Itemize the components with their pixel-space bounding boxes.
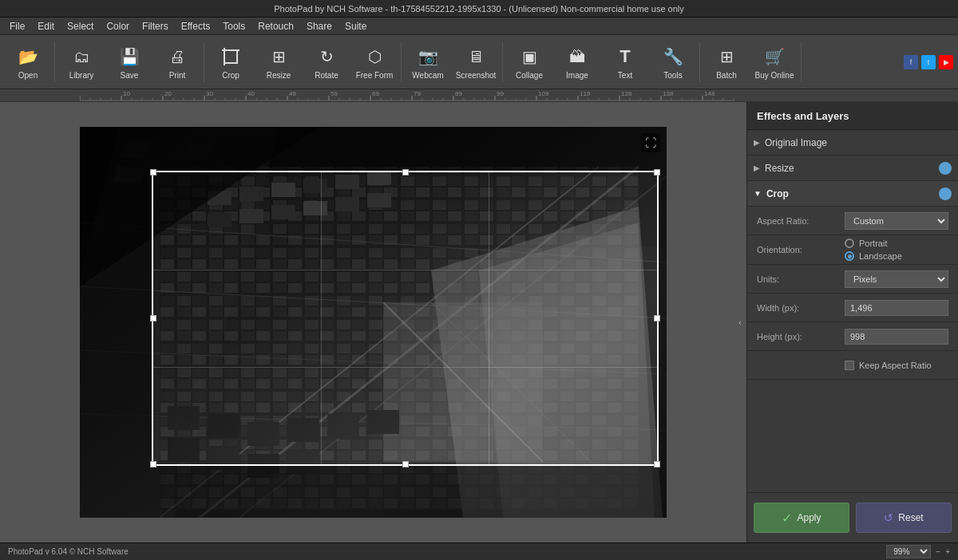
rotate-icon: ↻: [314, 44, 339, 69]
menu-filters[interactable]: Filters: [136, 19, 175, 34]
menu-edit[interactable]: Edit: [31, 19, 61, 34]
expand-button[interactable]: ⛶: [641, 133, 660, 152]
menu-retouch[interactable]: Retouch: [251, 19, 300, 34]
svg-text:40: 40: [247, 90, 255, 97]
menu-share[interactable]: Share: [300, 19, 338, 34]
layer-arrow-crop: ▼: [754, 189, 762, 198]
layer-badge-resize: [939, 162, 952, 175]
toolbar-buyonline[interactable]: 🛒 Buy Online: [751, 38, 798, 86]
aspect-ratio-control: Custom 1:1 4:3 16:9 3:2: [845, 212, 948, 230]
toolbar-rotate[interactable]: ↻ Rotate: [303, 38, 350, 86]
library-icon: 🗂: [69, 44, 94, 69]
toolbar-tools[interactable]: 🔧 Tools: [650, 38, 696, 86]
layer-arrow-original: ▶: [754, 138, 760, 147]
toolbar-library[interactable]: 🗂 Library: [58, 38, 105, 86]
apply-label: Apply: [797, 512, 821, 523]
aspect-ratio-label: Aspect Ratio:: [757, 216, 845, 226]
units-label: Units:: [757, 274, 845, 284]
menu-select[interactable]: Select: [61, 19, 100, 34]
svg-text:128: 128: [621, 90, 632, 97]
menu-suite[interactable]: Suite: [338, 19, 373, 34]
toolbar-divider-5: [699, 42, 700, 82]
menu-effects[interactable]: Effects: [175, 19, 216, 34]
toolbar-crop-label: Crop: [222, 71, 240, 80]
portrait-radio[interactable]: [845, 239, 854, 248]
crop-layer-header[interactable]: ▼ Crop: [747, 181, 958, 207]
toolbar-screenshot[interactable]: 🖥 Screenshot: [453, 38, 499, 86]
keep-aspect-checkbox-row[interactable]: Keep Aspect Ratio: [845, 361, 948, 370]
toolbar-resize[interactable]: ⊞ Resize: [255, 38, 302, 86]
toolbar-freeform[interactable]: ⬡ Free Form: [351, 38, 398, 86]
layer-resize[interactable]: ▶ Resize: [747, 156, 958, 181]
toolbar-crop[interactable]: Crop: [208, 38, 254, 86]
apply-button[interactable]: ✓ Apply: [754, 503, 849, 533]
toolbar-divider-1: [54, 42, 55, 82]
landscape-option[interactable]: Landscape: [845, 251, 948, 261]
reset-button[interactable]: ↺ Reset: [856, 503, 952, 533]
expand-icon: ⛶: [645, 136, 656, 149]
title-bar: PhotoPad by NCH Software - th-1758455221…: [0, 0, 958, 18]
keep-aspect-control: Keep Aspect Ratio: [845, 361, 948, 370]
width-input[interactable]: [845, 300, 948, 316]
action-buttons: ✓ Apply ↺ Reset: [747, 492, 958, 542]
toolbar-text[interactable]: T Text: [602, 38, 648, 86]
zoom-out-icon[interactable]: −: [936, 547, 940, 556]
toolbar-open-label: Open: [18, 71, 38, 80]
toolbar-tools-label: Tools: [663, 71, 682, 80]
print-icon: 🖨: [164, 44, 190, 69]
nch-icon-tw[interactable]: t: [921, 55, 936, 69]
right-panel: Effects and Layers ▶ Original Image ▶ Re…: [746, 102, 958, 542]
collage-icon: ▣: [517, 44, 542, 69]
width-label: Width (px):: [757, 303, 845, 313]
toolbar-divider-3: [401, 42, 402, 82]
status-bar: PhotoPad v 6.04 © NCH Software 99% 50% 1…: [0, 542, 958, 560]
freeform-icon: ⬡: [362, 44, 387, 69]
tools-icon: 🔧: [660, 44, 686, 69]
height-input[interactable]: [845, 329, 948, 345]
aspect-ratio-select[interactable]: Custom 1:1 4:3 16:9 3:2: [845, 212, 948, 230]
zoom-select[interactable]: 99% 50% 100% 150% 200%: [886, 545, 931, 558]
toolbar-webcam-label: Webcam: [412, 71, 443, 80]
height-control: [845, 329, 948, 345]
width-row: Width (px):: [747, 294, 958, 322]
keep-aspect-checkbox[interactable]: [845, 361, 854, 370]
toolbar-save[interactable]: 💾 Save: [106, 38, 152, 86]
toolbar-print[interactable]: 🖨 Print: [154, 38, 200, 86]
title-text: PhotoPad by NCH Software - th-1758455221…: [274, 4, 684, 14]
portrait-option[interactable]: Portrait: [845, 239, 948, 248]
menu-color[interactable]: Color: [100, 19, 136, 34]
zoom-in-icon[interactable]: +: [945, 547, 950, 556]
landscape-radio[interactable]: [845, 251, 854, 261]
svg-text:138: 138: [663, 90, 674, 97]
ruler: // ruler ticks will be drawn via JS belo…: [0, 89, 958, 102]
orientation-row: Orientation: Portrait Landscape: [747, 235, 958, 265]
layer-badge-crop: [939, 187, 952, 200]
aspect-ratio-row: Aspect Ratio: Custom 1:1 4:3 16:9 3:2: [747, 207, 958, 235]
keep-aspect-label: Keep Aspect Ratio: [859, 361, 932, 370]
svg-text:20: 20: [164, 90, 172, 97]
svg-rect-0: [224, 50, 237, 63]
svg-text:10: 10: [123, 90, 130, 97]
toolbar-collage[interactable]: ▣ Collage: [506, 38, 552, 86]
open-icon: 📂: [15, 44, 41, 69]
image-icon: 🏔: [564, 44, 590, 69]
toolbar-batch[interactable]: ⊞ Batch: [703, 38, 750, 86]
toolbar-image[interactable]: 🏔 Image: [554, 38, 600, 86]
menu-tools[interactable]: Tools: [216, 19, 251, 34]
nch-social-icons: f t ▶: [904, 55, 953, 69]
canvas-area[interactable]: ⛶ ‹: [0, 102, 746, 542]
batch-icon: ⊞: [714, 44, 739, 69]
units-select[interactable]: Pixels Inches Centimeters: [845, 270, 948, 288]
layer-original-image[interactable]: ▶ Original Image: [747, 130, 958, 156]
menu-file[interactable]: File: [3, 19, 31, 34]
toolbar-webcam[interactable]: 📷 Webcam: [405, 38, 451, 86]
nch-icon-fb[interactable]: f: [904, 55, 918, 69]
panel-collapse-arrow[interactable]: ‹: [734, 306, 746, 338]
panel-title-text: Effects and Layers: [757, 110, 849, 122]
toolbar-rotate-label: Rotate: [315, 71, 338, 80]
toolbar-open[interactable]: 📂 Open: [5, 38, 51, 86]
nch-icon-yt[interactable]: ▶: [939, 55, 953, 69]
main-layout: ⛶ ‹ Effects and Layers ▶ Original Image …: [0, 102, 958, 542]
panel-title: Effects and Layers: [747, 102, 958, 130]
toolbar-resize-label: Resize: [267, 71, 291, 80]
